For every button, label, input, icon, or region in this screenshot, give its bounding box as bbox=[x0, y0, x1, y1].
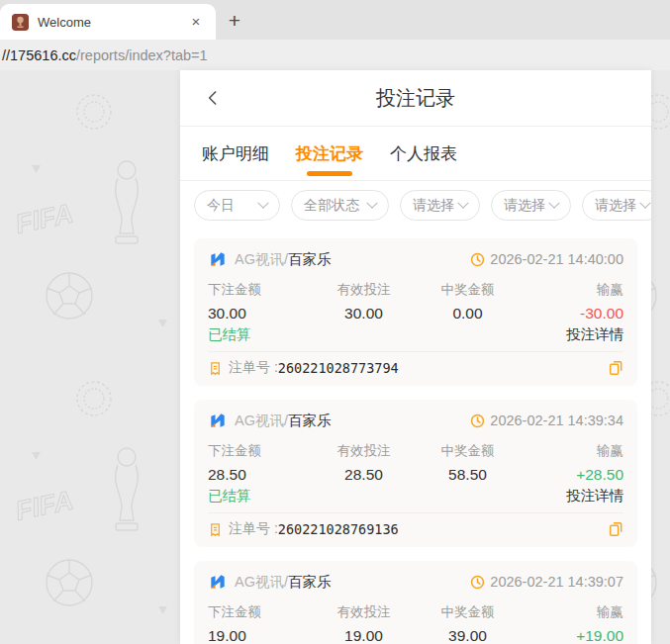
chevron-down-icon bbox=[257, 197, 268, 208]
win-amount-value: 0.00 bbox=[416, 305, 520, 322]
order-number-label: 注单号 : bbox=[229, 359, 278, 377]
page-header: 投注记录 bbox=[180, 70, 651, 127]
url-bar[interactable]: //175616.cc/reports/index?tab=1 bbox=[0, 40, 670, 70]
valid-bet-label: 有效投注 bbox=[312, 281, 416, 299]
provider-name: AG视讯/百家乐 bbox=[235, 573, 331, 592]
order-number-label: 注单号 : bbox=[229, 520, 278, 538]
filter-select-5-value: 请选择 bbox=[595, 197, 636, 215]
bet-amount-label: 下注金额 bbox=[208, 442, 312, 460]
order-number-value: 260221028769136 bbox=[278, 521, 399, 537]
copy-order-button[interactable] bbox=[608, 521, 623, 537]
bet-amount-value: 28.50 bbox=[208, 466, 312, 484]
profit-value: -30.00 bbox=[520, 305, 623, 322]
back-button[interactable] bbox=[200, 85, 226, 111]
page-body: FIFA 投注记录 账户明细 投注记录 bbox=[0, 70, 670, 644]
ag-provider-logo-icon bbox=[208, 572, 228, 592]
filter-select-4-value: 请选择 bbox=[504, 197, 545, 215]
valid-bet-value: 30.00 bbox=[312, 305, 416, 322]
tab-title: Welcome bbox=[38, 15, 186, 30]
bet-detail-link[interactable]: 投注详情 bbox=[566, 325, 623, 344]
profit-label: 输赢 bbox=[520, 281, 623, 299]
ag-provider-logo-icon bbox=[208, 249, 228, 269]
bet-time: 2026-02-21 14:39:34 bbox=[470, 413, 623, 428]
filter-date-value: 今日 bbox=[207, 197, 235, 215]
order-number-value: 260221028773794 bbox=[278, 360, 399, 376]
bet-amount-label: 下注金额 bbox=[208, 603, 312, 621]
game-name: 百家乐 bbox=[288, 574, 332, 590]
filter-select-5[interactable]: 请选择 bbox=[582, 190, 651, 221]
tab-bet-records[interactable]: 投注记录 bbox=[296, 127, 363, 180]
profit-label: 输赢 bbox=[520, 442, 623, 460]
win-amount-label: 中奖金额 bbox=[416, 442, 520, 460]
copy-icon bbox=[608, 521, 623, 537]
url-host: //175616.cc bbox=[2, 47, 76, 63]
profit-value: +28.50 bbox=[520, 466, 623, 484]
filter-select-4[interactable]: 请选择 bbox=[491, 190, 571, 221]
clock-icon bbox=[470, 575, 485, 590]
valid-bet-label: 有效投注 bbox=[312, 442, 416, 460]
record-card: AG视讯/百家乐 2026-02-21 14:40:00 下注金额 有效投注 中… bbox=[194, 238, 637, 386]
status-badge: 已结算 bbox=[208, 325, 251, 344]
filter-status-value: 全部状态 bbox=[304, 197, 359, 215]
chevron-down-icon bbox=[639, 197, 650, 208]
bet-amount-label: 下注金额 bbox=[208, 281, 312, 299]
record-list: AG视讯/百家乐 2026-02-21 14:40:00 下注金额 有效投注 中… bbox=[180, 230, 651, 644]
url-path: /reports/index?tab=1 bbox=[76, 47, 208, 63]
copy-icon bbox=[608, 360, 623, 376]
tab-close-icon[interactable]: × bbox=[186, 12, 206, 32]
filter-status-select[interactable]: 全部状态 bbox=[291, 190, 389, 221]
status-badge: 已结算 bbox=[208, 487, 251, 506]
bet-time: 2026-02-21 14:39:07 bbox=[470, 574, 623, 590]
section-tabs: 账户明细 投注记录 个人报表 bbox=[180, 127, 651, 181]
clock-icon bbox=[470, 252, 485, 267]
tab-account-details[interactable]: 账户明细 bbox=[202, 127, 269, 180]
chevron-down-icon bbox=[457, 197, 468, 208]
page-title: 投注记录 bbox=[180, 85, 651, 112]
browser-tab[interactable]: Welcome × bbox=[0, 4, 216, 40]
record-card: AG视讯/百家乐 2026-02-21 14:39:07 下注金额 有效投注 中… bbox=[194, 561, 637, 644]
filter-select-3[interactable]: 请选择 bbox=[400, 190, 480, 221]
valid-bet-label: 有效投注 bbox=[312, 603, 416, 621]
win-amount-value: 39.00 bbox=[416, 627, 520, 644]
receipt-icon bbox=[208, 361, 223, 376]
provider-name: AG视讯/百家乐 bbox=[235, 250, 331, 269]
game-name: 百家乐 bbox=[288, 413, 332, 428]
provider-name: AG视讯/百家乐 bbox=[235, 412, 331, 430]
new-tab-button[interactable]: + bbox=[222, 8, 247, 34]
clock-icon bbox=[470, 414, 485, 428]
win-amount-value: 58.50 bbox=[416, 466, 520, 484]
chevron-down-icon bbox=[366, 197, 377, 208]
win-amount-label: 中奖金额 bbox=[416, 281, 520, 299]
ag-provider-logo-icon bbox=[208, 411, 228, 430]
profit-label: 输赢 bbox=[520, 603, 623, 621]
bet-time: 2026-02-21 14:40:00 bbox=[470, 251, 623, 267]
filter-select-3-value: 请选择 bbox=[413, 197, 454, 215]
copy-order-button[interactable] bbox=[608, 360, 623, 376]
site-favicon-icon bbox=[12, 14, 29, 31]
bet-amount-value: 19.00 bbox=[208, 627, 312, 644]
bet-amount-value: 30.00 bbox=[208, 305, 312, 322]
content-panel: 投注记录 账户明细 投注记录 个人报表 今日 全部状态 请选择 请选择 bbox=[180, 70, 651, 644]
record-card: AG视讯/百家乐 2026-02-21 14:39:34 下注金额 有效投注 中… bbox=[194, 400, 637, 547]
filter-bar: 今日 全部状态 请选择 请选择 请选择 bbox=[180, 181, 651, 230]
tab-personal-report[interactable]: 个人报表 bbox=[390, 127, 457, 180]
win-amount-label: 中奖金额 bbox=[416, 603, 520, 621]
profit-value: +19.00 bbox=[520, 627, 623, 644]
receipt-icon bbox=[208, 522, 223, 537]
valid-bet-value: 19.00 bbox=[312, 627, 416, 644]
bet-detail-link[interactable]: 投注详情 bbox=[566, 487, 623, 506]
chevron-down-icon bbox=[548, 197, 559, 208]
chevron-left-icon bbox=[204, 89, 222, 107]
game-name: 百家乐 bbox=[288, 251, 332, 267]
valid-bet-value: 28.50 bbox=[312, 466, 416, 484]
browser-tab-strip: Welcome × + bbox=[0, 0, 670, 40]
filter-date-select[interactable]: 今日 bbox=[194, 190, 280, 221]
